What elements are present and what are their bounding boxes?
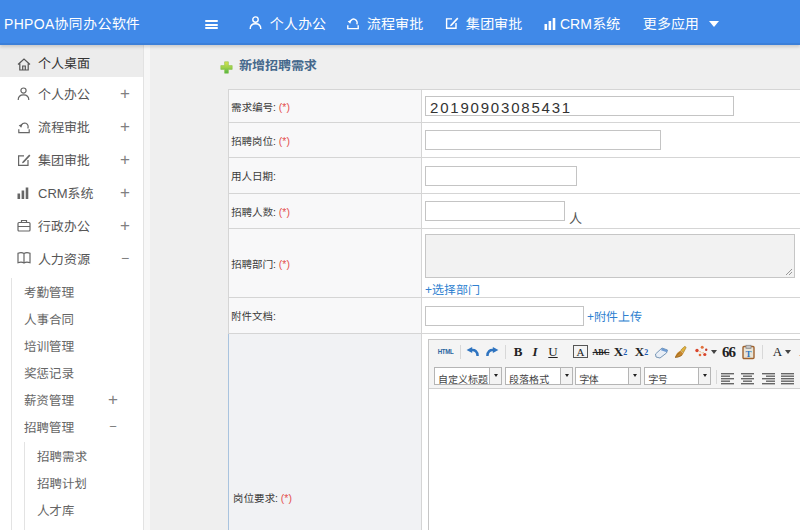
svg-text:T: T: [745, 349, 751, 359]
